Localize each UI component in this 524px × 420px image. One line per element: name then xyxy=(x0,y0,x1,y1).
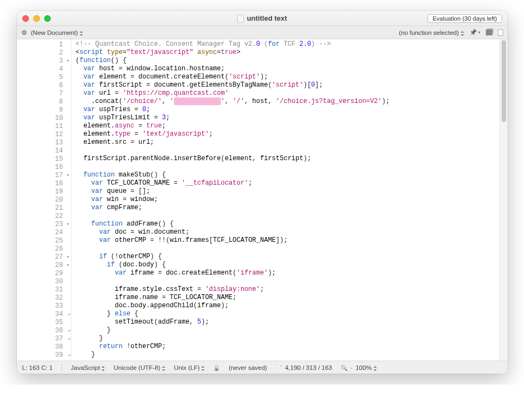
code-line[interactable]: if (!otherCMP) { xyxy=(76,253,499,261)
scrollbar-thumb[interactable] xyxy=(502,40,506,122)
line-number[interactable]: 14 xyxy=(17,147,71,155)
code-line[interactable]: } else { xyxy=(76,310,499,318)
line-number[interactable]: 21 xyxy=(17,204,71,212)
code-editor[interactable]: <!-- Quantcast Choice. Consent Manager T… xyxy=(71,39,499,361)
code-line[interactable]: setTimeout(addFrame, 5); xyxy=(76,318,499,326)
line-number[interactable]: 2 xyxy=(17,48,71,57)
code-line[interactable]: var uspTries = 0; xyxy=(76,106,499,114)
code-line[interactable]: var uspTriesLimit = 3; xyxy=(76,114,499,122)
line-number[interactable]: 4 xyxy=(17,65,71,73)
zoom-dropdown[interactable]: · 100% xyxy=(341,364,377,371)
line-number[interactable]: 12 xyxy=(17,130,71,138)
line-number[interactable]: 26 xyxy=(17,245,71,253)
line-number[interactable]: 38 xyxy=(17,343,71,351)
line-number[interactable]: 5 xyxy=(17,73,71,81)
fold-open-icon[interactable]: ▾ xyxy=(67,254,69,260)
code-line[interactable]: function addFrame() { xyxy=(76,220,499,228)
titlebar[interactable]: untitled text Evaluation (30 days left) xyxy=(17,11,508,26)
code-line[interactable] xyxy=(76,212,499,220)
code-line[interactable]: var host = window.location.hostname; xyxy=(76,65,499,73)
function-dropdown[interactable]: (no function selected) xyxy=(399,29,464,36)
code-line[interactable]: var otherCMP = !!(win.frames[TCF_LOCATOR… xyxy=(76,236,499,245)
code-line[interactable]: var url = 'https://cmp.quantcast.com' xyxy=(76,89,499,98)
fold-close-icon[interactable]: └ xyxy=(65,329,71,332)
code-line[interactable]: iframe.name = TCF_LOCATOR_NAME; xyxy=(76,294,499,302)
code-line[interactable]: } xyxy=(76,351,499,359)
pin-menu[interactable]: ▾ xyxy=(469,29,480,36)
line-number[interactable]: 31 xyxy=(17,285,71,294)
line-number[interactable]: 27▾ xyxy=(17,253,71,261)
zoom-button[interactable] xyxy=(44,15,51,22)
code-line[interactable]: (function() { xyxy=(76,57,499,65)
line-endings-dropdown[interactable]: Unix (LF) xyxy=(174,364,204,371)
language-dropdown[interactable]: JavaScript xyxy=(71,364,105,371)
code-line[interactable]: var firstScript = document.getElementsBy… xyxy=(76,81,499,89)
line-number[interactable]: 30 xyxy=(17,277,71,285)
code-line[interactable]: var element = document.createElement('sc… xyxy=(76,73,499,81)
close-button[interactable] xyxy=(22,15,29,22)
line-number[interactable]: 16 xyxy=(17,163,71,171)
code-line[interactable]: } xyxy=(76,334,499,343)
evaluation-badge[interactable]: Evaluation (30 days left) xyxy=(427,14,502,23)
split-view-icon[interactable] xyxy=(486,29,492,35)
line-number[interactable]: 28▾ xyxy=(17,261,71,269)
line-number[interactable]: 25 xyxy=(17,236,71,245)
line-number[interactable]: 33 xyxy=(17,302,71,310)
minimize-button[interactable] xyxy=(33,15,40,22)
code-line[interactable]: <script type="text/javascript" async=tru… xyxy=(76,48,499,57)
code-line[interactable]: var doc = win.document; xyxy=(76,228,499,236)
fold-close-icon[interactable]: └ xyxy=(65,313,71,315)
line-number-gutter[interactable]: 123▾4567891011121314151617▾181920212223▾… xyxy=(17,39,71,361)
line-number[interactable]: 6 xyxy=(17,81,71,89)
code-line[interactable]: } xyxy=(76,326,499,334)
line-number[interactable]: 9 xyxy=(17,106,71,114)
encoding-dropdown[interactable]: Unicode (UTF-8) xyxy=(113,364,165,371)
line-number[interactable]: 19 xyxy=(17,187,71,196)
fold-open-icon[interactable]: ▾ xyxy=(67,58,69,64)
code-line[interactable] xyxy=(76,277,499,285)
code-line[interactable] xyxy=(76,147,499,155)
code-line[interactable]: element.src = url; xyxy=(76,138,499,147)
code-line[interactable]: var queue = []; xyxy=(76,187,499,196)
line-number[interactable]: 37└ xyxy=(17,334,71,343)
line-number[interactable]: 17▾ xyxy=(17,171,71,179)
lock-icon[interactable] xyxy=(213,364,220,371)
code-line[interactable]: element.async = true; xyxy=(76,122,499,130)
code-line[interactable]: if (doc.body) { xyxy=(76,261,499,269)
code-line[interactable]: var win = window; xyxy=(76,196,499,204)
code-line[interactable] xyxy=(76,163,499,171)
fold-open-icon[interactable]: ▾ xyxy=(67,172,69,178)
fold-close-icon[interactable]: └ xyxy=(65,354,71,356)
line-number[interactable]: 39└ xyxy=(17,351,71,359)
gear-icon[interactable] xyxy=(21,29,29,36)
code-line[interactable]: var iframe = doc.createElement('iframe')… xyxy=(76,269,499,277)
code-line[interactable]: .concat('/choice/', 'XXXXXXXXXXXX', '/',… xyxy=(76,98,499,106)
line-number[interactable]: 34└ xyxy=(17,310,71,318)
line-number[interactable]: 20 xyxy=(17,196,71,204)
fold-open-icon[interactable]: ▾ xyxy=(67,221,69,227)
document-dropdown[interactable]: (New Document) xyxy=(31,29,83,36)
code-line[interactable]: return !otherCMP; xyxy=(76,343,499,351)
line-number[interactable]: 8 xyxy=(17,98,71,106)
line-number[interactable]: 11 xyxy=(17,122,71,130)
line-number[interactable]: 15 xyxy=(17,155,71,163)
new-document-icon[interactable] xyxy=(498,29,503,36)
line-number[interactable]: 35 xyxy=(17,318,71,326)
line-number[interactable]: 22 xyxy=(17,212,71,220)
line-number[interactable]: 29 xyxy=(17,269,71,277)
line-number[interactable]: 13 xyxy=(17,138,71,147)
line-number[interactable]: 24 xyxy=(17,228,71,236)
code-line[interactable]: function makeStub() { xyxy=(76,171,499,179)
line-number[interactable]: 18 xyxy=(17,179,71,187)
line-number[interactable]: 3▾ xyxy=(17,57,71,65)
code-line[interactable]: var TCF_LOCATOR_NAME = '__tcfapiLocator'… xyxy=(76,179,499,187)
code-line[interactable]: iframe.style.cssText = 'display:none'; xyxy=(76,285,499,294)
code-line[interactable] xyxy=(76,245,499,253)
line-number[interactable]: 10 xyxy=(17,114,71,122)
line-number[interactable]: 32 xyxy=(17,294,71,302)
code-line[interactable]: <!-- Quantcast Choice. Consent Manager T… xyxy=(76,40,499,48)
line-number[interactable]: 23▾ xyxy=(17,220,71,228)
line-number[interactable]: 36└ xyxy=(17,326,71,334)
line-number[interactable]: 1 xyxy=(17,40,71,48)
line-number[interactable]: 7 xyxy=(17,89,71,98)
